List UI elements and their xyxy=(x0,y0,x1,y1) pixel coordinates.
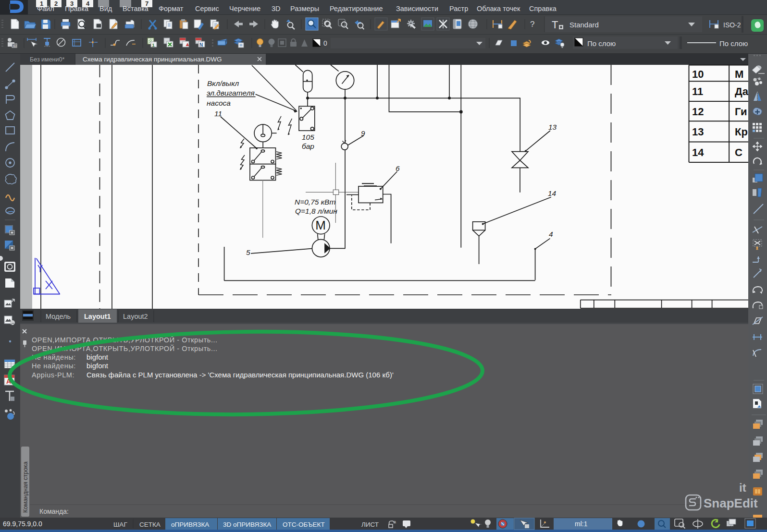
svg-text:Схема гидравлическая принципиа: Схема гидравлическая принципиальная.DWG xyxy=(83,56,222,63)
svg-text:С: С xyxy=(735,146,742,158)
svg-text:T: T xyxy=(552,19,558,31)
svg-text:11: 11 xyxy=(214,109,222,118)
svg-text:Связь файла с PLM установлена: Связь файла с PLM установлена -> 'Схема … xyxy=(87,371,394,379)
svg-text:Appius-PLM:: Appius-PLM: xyxy=(32,371,74,379)
svg-text:М: М xyxy=(735,68,743,80)
svg-text:М: М xyxy=(315,218,326,232)
svg-text:10: 10 xyxy=(692,68,704,80)
svg-text:a: a xyxy=(394,520,396,524)
svg-text:Вставка: Вставка xyxy=(123,5,149,12)
svg-text:По слою: По слою xyxy=(719,39,748,48)
svg-text:N=0,75 кВт: N=0,75 кВт xyxy=(295,198,335,206)
svg-text:Layout2: Layout2 xyxy=(123,313,148,320)
svg-text:бар: бар xyxy=(302,142,314,150)
svg-text:Q=1,8 л/мин: Q=1,8 л/мин xyxy=(295,207,337,215)
svg-text:Командная строка: Командная строка xyxy=(22,461,29,513)
svg-text:5: 5 xyxy=(246,248,250,256)
svg-text:Команда:: Команда: xyxy=(39,508,69,515)
svg-text:Редактирование: Редактирование xyxy=(330,5,383,12)
svg-text:2: 2 xyxy=(54,0,58,7)
svg-text:По слою: По слою xyxy=(587,39,616,48)
svg-text:оПРИВЯЗКА: оПРИВЯЗКА xyxy=(171,521,209,528)
svg-text:СЕТКА: СЕТКА xyxy=(139,521,161,528)
svg-text:it: it xyxy=(739,481,746,494)
svg-text:SnapEdit: SnapEdit xyxy=(704,496,758,510)
svg-text:Размеры: Размеры xyxy=(290,5,319,12)
svg-text:3D оПРИВЯЗКА: 3D оПРИВЯЗКА xyxy=(223,521,271,528)
svg-text:Да: Да xyxy=(735,85,749,97)
svg-text:14: 14 xyxy=(692,146,704,158)
svg-text:Черчение: Черчение xyxy=(229,5,260,12)
svg-text:N: N xyxy=(199,42,203,48)
svg-text:Вид: Вид xyxy=(99,5,112,12)
svg-text:Кр: Кр xyxy=(735,126,748,138)
svg-text:Layout1: Layout1 xyxy=(84,313,111,320)
svg-text:Модель: Модель xyxy=(46,313,71,320)
svg-text:эл.двигателя: эл.двигателя xyxy=(207,89,255,97)
svg-text:14: 14 xyxy=(548,189,557,197)
svg-text:Вкл/выкл: Вкл/выкл xyxy=(207,79,239,87)
svg-text:Формат: Формат xyxy=(159,5,184,12)
svg-text:Растр: Растр xyxy=(449,5,468,12)
svg-text:11: 11 xyxy=(692,85,703,97)
svg-text:Зависимости: Зависимости xyxy=(396,5,438,12)
svg-text:Без имени0*: Без имени0* xyxy=(30,56,64,63)
svg-text:ID: ID xyxy=(13,44,16,48)
svg-text:ОТС-ОБЪЕКТ: ОТС-ОБЪЕКТ xyxy=(283,521,325,528)
svg-text:13: 13 xyxy=(692,126,704,138)
svg-text:Сервис: Сервис xyxy=(195,5,219,12)
svg-text:?: ? xyxy=(530,20,534,29)
svg-text:Справка: Справка xyxy=(529,5,557,12)
svg-text:Standard: Standard xyxy=(569,21,599,29)
svg-text:bigfont: bigfont xyxy=(87,353,109,361)
svg-text:12: 12 xyxy=(692,106,704,118)
svg-text:105: 105 xyxy=(302,133,314,141)
svg-text:насоса: насоса xyxy=(207,99,231,107)
svg-text:Облака точек: Облака точек xyxy=(477,5,520,12)
svg-text:69.9,75.9,0.0: 69.9,75.9,0.0 xyxy=(3,520,42,528)
svg-text:ml:1: ml:1 xyxy=(575,520,588,528)
svg-text:1: 1 xyxy=(152,43,155,48)
svg-text:Правка: Правка xyxy=(65,5,89,12)
svg-text:3D: 3D xyxy=(272,5,281,12)
svg-text:Файл: Файл xyxy=(37,5,54,12)
svg-text:Ги: Ги xyxy=(735,106,747,118)
svg-text:ISO-2: ISO-2 xyxy=(723,21,741,29)
svg-text:13: 13 xyxy=(548,123,557,131)
svg-text:Не найдены:: Не найдены: xyxy=(32,362,76,370)
svg-text:bigfont: bigfont xyxy=(87,362,109,370)
svg-text:ШАГ: ШАГ xyxy=(113,521,127,528)
svg-text:0: 0 xyxy=(323,39,327,47)
svg-text:9: 9 xyxy=(361,129,365,137)
svg-text:ЛИСТ: ЛИСТ xyxy=(361,521,379,528)
svg-text:6: 6 xyxy=(396,164,400,172)
svg-text:4: 4 xyxy=(549,230,553,238)
